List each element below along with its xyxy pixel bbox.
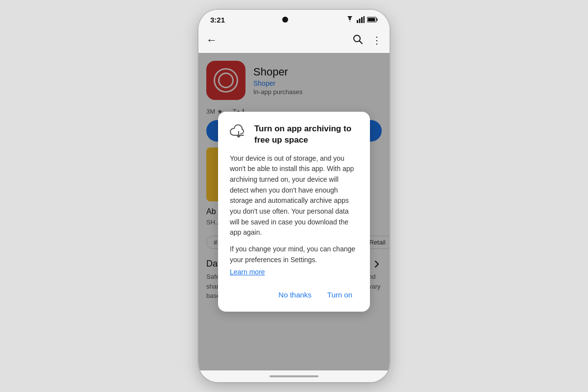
signal-icon xyxy=(357,16,365,23)
modal-actions: No thanks Turn on xyxy=(230,286,358,304)
svg-rect-3 xyxy=(364,16,365,23)
wifi-icon xyxy=(345,16,354,23)
no-thanks-button[interactable]: No thanks xyxy=(272,286,318,304)
modal-body: Your device is out of storage, and you w… xyxy=(230,153,358,239)
back-button[interactable]: ← xyxy=(206,34,217,47)
status-bar: 3:21 xyxy=(198,10,390,27)
svg-rect-5 xyxy=(377,19,378,21)
cloud-archive-icon xyxy=(230,124,247,138)
svg-rect-6 xyxy=(368,18,375,22)
svg-rect-0 xyxy=(357,20,358,23)
battery-icon xyxy=(367,17,378,23)
modal-overlay: Turn on app archiving to free up space Y… xyxy=(198,53,390,370)
status-icons xyxy=(345,16,378,23)
phone-frame: 3:21 ← xyxy=(198,10,390,382)
svg-line-8 xyxy=(360,41,363,44)
modal-footer-text: If you change your mind, you can change … xyxy=(230,244,358,265)
app-bar: ← ⋮ xyxy=(198,27,390,53)
search-button[interactable] xyxy=(352,34,363,47)
archiving-modal: Turn on app archiving to free up space Y… xyxy=(218,112,370,311)
app-bar-left: ← xyxy=(206,34,217,47)
app-content: Shoper Shoper In-app purchases 3M ★ T+ ℹ… xyxy=(198,53,390,370)
camera-indicator xyxy=(282,17,288,23)
turn-on-button[interactable]: Turn on xyxy=(321,286,358,304)
modal-title: Turn on app archiving to free up space xyxy=(254,123,358,145)
learn-more-link[interactable]: Learn more xyxy=(230,268,265,276)
status-time: 3:21 xyxy=(210,16,225,24)
svg-rect-1 xyxy=(359,19,361,23)
svg-rect-2 xyxy=(361,17,363,23)
more-button[interactable]: ⋮ xyxy=(372,34,382,46)
modal-header: Turn on app archiving to free up space xyxy=(230,123,358,145)
app-bar-right: ⋮ xyxy=(352,34,382,47)
home-indicator xyxy=(270,375,318,377)
bottom-bar xyxy=(198,370,390,382)
